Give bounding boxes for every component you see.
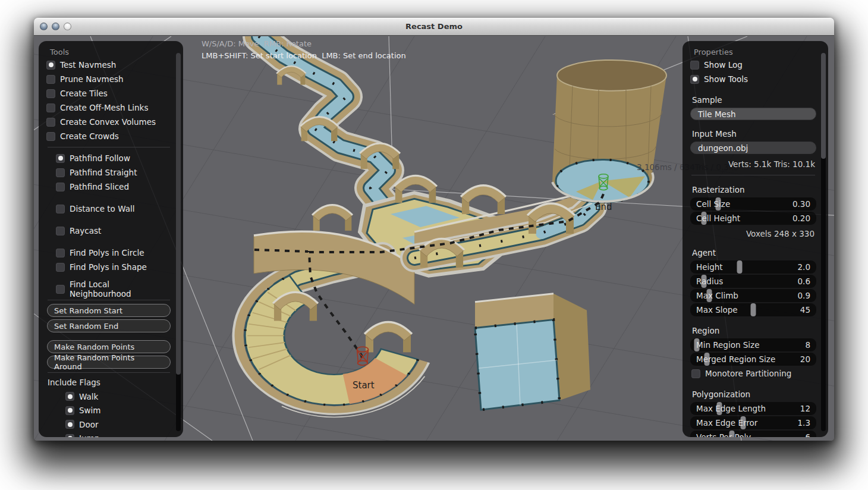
checkbox-indicator [65,420,74,429]
flag-option[interactable]: Walk [65,390,171,404]
tool-option[interactable]: Create Tiles [46,86,171,100]
section-rows: Height 2.0 Radius 0.6 Max Climb [690,260,816,316]
radio-indicator [56,183,65,191]
tool-action-button[interactable]: Set Random Start [47,304,171,317]
tool-suboption[interactable]: Pathfind Sliced [56,180,171,194]
tool-suboption-label: Distance to Wall [70,204,134,213]
radio-indicator [46,118,55,127]
slider-row[interactable]: Max Edge Error 1.3 [690,416,816,429]
slider-row[interactable]: Max Climb 0.9 [690,289,816,302]
tool-action-label: Set Random End [54,322,118,331]
property-toggle-label: Show Tools [704,74,748,84]
radio-indicator [56,168,65,177]
sample-value: Tile Mesh [698,109,735,119]
tool-suboption[interactable]: Find Polys in Shape [56,260,171,274]
slider-row[interactable]: Height 2.0 [690,260,816,274]
slider-value: 8 [805,340,810,350]
viewport[interactable]: W/S/A/D: Move RMB: Rotate LMB+SHIFT: Set… [34,36,834,441]
divider [48,300,170,300]
slider-row[interactable]: Max Slope 45 [690,303,816,316]
flag-option[interactable]: Door [65,417,171,432]
radio-indicator [56,154,65,163]
tool-option-label: Create Convex Volumes [60,117,156,127]
tool-option[interactable]: Test Navmesh [46,58,171,72]
property-section: Rasterization Cell Size 0.30 [690,185,816,238]
tool-suboption[interactable]: Pathfind Follow [56,151,171,165]
divider [48,372,170,373]
tools-scrollbar[interactable] [176,53,181,431]
tower [552,60,666,202]
tool-action-button[interactable]: Make Random Points Around [47,356,171,369]
slider-row[interactable]: Max Edge Length 12 [690,402,816,415]
tool-suboption[interactable]: Raycast [56,224,171,238]
slider-value: 20 [800,354,810,364]
properties-scrollbar[interactable] [821,53,826,431]
properties-scrollbar-thumb[interactable] [821,53,826,159]
slider-value: 1.3 [798,418,810,428]
zoom-button[interactable] [64,23,71,30]
tool-action-label: Set Random Start [54,306,122,315]
tool-option[interactable]: Create Off-Mesh Links [46,100,171,115]
tool-action-button[interactable]: Make Random Points [47,340,171,353]
tool-suboption-label: Find Polys in Circle [70,248,144,257]
slider-label: Monotore Partitioning [705,369,810,378]
slider-label: Max Climb [696,291,798,300]
section-rows: Cell Size 0.30 Cell Height 0.20 [690,197,816,225]
properties-toggles: Show Log Show Tools [690,58,816,86]
tool-option-label: Create Tiles [60,89,108,98]
property-toggle[interactable]: Show Log [690,58,816,72]
sample-label: Sample [692,95,816,105]
section-title: Rasterization [692,185,816,194]
divider [691,175,815,175]
sample-select[interactable]: Tile Mesh [690,108,816,120]
tool-option[interactable]: Create Convex Volumes [46,115,171,129]
tools-header: Tools [50,47,171,58]
property-toggle[interactable]: Show Tools [690,72,816,86]
checkbox-indicator [691,369,700,378]
radio-indicator [56,263,65,272]
slider-label: Max Slope [696,305,800,315]
radio-indicator [46,103,55,112]
slider-label: Verts Per Poly [696,432,805,437]
tools-scrollbar-thumb[interactable] [176,53,181,375]
flag-label: Walk [79,392,98,401]
tool-list-main: Test Navmesh Prune Navmesh Create Tiles … [46,58,171,143]
tool-option[interactable]: Prune Navmesh [46,72,171,86]
tool-suboption-label: Find Local Neighbourhood [70,279,171,299]
slider-row[interactable]: Monotore Partitioning [690,367,816,380]
tool-suboption[interactable]: Distance to Wall [56,202,171,216]
slider-row[interactable]: Cell Height 0.20 [690,212,816,225]
radio-indicator [56,285,65,294]
tool-suboption[interactable]: Find Polys in Circle [56,246,171,260]
close-button[interactable] [40,23,48,30]
slider-row[interactable]: Min Region Size 8 [690,338,816,351]
tools-panel: Tools Test Navmesh Prune Navmesh Create … [39,41,183,437]
end-label: End [595,202,612,212]
slider-label: Max Edge Length [696,404,800,413]
slider-row[interactable]: Radius 0.6 [690,275,816,288]
tool-suboption-label: Raycast [70,226,101,235]
slider-row[interactable]: Verts Per Poly 6 [690,431,816,437]
tool-suboption[interactable]: Find Local Neighbourhood [56,282,171,296]
input-mesh-select[interactable]: dungeon.obj [690,142,816,154]
radio-indicator [56,227,65,235]
slider-row[interactable]: Merged Region Size 20 [690,353,816,366]
tool-suboption[interactable]: Pathfind Straight [56,165,171,180]
mesh-stats: Verts: 5.1k Tris: 10.1k [690,159,815,169]
tool-option[interactable]: Create Crowds [46,129,171,143]
checkbox-indicator [690,75,699,84]
title-bar[interactable]: Recast Demo [34,18,834,36]
tool-action-button[interactable]: Set Random End [47,319,171,332]
flag-option[interactable]: Swim [65,404,171,418]
slider-value: 2.0 [798,262,810,272]
slider-label: Min Region Size [696,340,805,350]
flag-option[interactable]: Jump [65,432,171,438]
slider-row[interactable]: Cell Size 0.30 [690,197,816,211]
section-title: Agent [692,248,816,257]
radio-indicator [56,249,65,257]
slider-value: 0.6 [798,277,810,286]
tool-suboption-label: Find Polys in Shape [70,262,147,272]
tool-suboption-label: Pathfind Follow [70,153,130,163]
property-sections: Rasterization Cell Size 0.30 [690,185,816,437]
minimize-button[interactable] [52,23,59,30]
